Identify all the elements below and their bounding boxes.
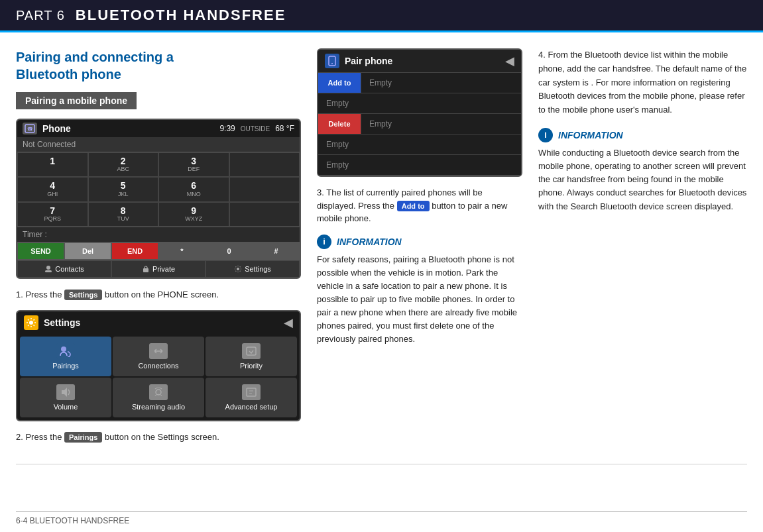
section-title: BLUETOOTH HANDSFREE: [76, 7, 286, 24]
settings-header: Settings ◀: [17, 311, 300, 334]
connections-icon: [149, 343, 168, 359]
streaming-audio-icon: [149, 384, 168, 400]
settings-grid: Pairings Connections Priorit: [17, 334, 300, 420]
key-1[interactable]: 1: [17, 152, 88, 177]
connections-item[interactable]: Connections: [113, 337, 204, 376]
key-3[interactable]: 3DEF: [158, 152, 229, 177]
key-4[interactable]: 4GHI: [17, 177, 88, 201]
info-header-mid: i INFORMATION: [317, 235, 522, 249]
step1-text: 1. Press the Settings button on the PHON…: [16, 288, 301, 301]
streaming-audio-item[interactable]: Streaming audio: [113, 378, 204, 417]
priority-icon: [242, 343, 261, 359]
settings-screen: Settings ◀ Pairings: [17, 311, 300, 420]
left-column: Pairing and connecting a Bluetooth phone…: [16, 48, 301, 453]
delete-button[interactable]: Delete: [318, 114, 361, 134]
phone-keypad: 1 2ABC 3DEF 4GHI 5JKL 6MNO 7PQRS 8TUV 9W…: [17, 152, 300, 227]
svg-point-5: [237, 268, 239, 270]
step2-text: 2. Press the Pairings button on the Sett…: [16, 431, 301, 444]
key-9[interactable]: 9WXYZ: [158, 202, 229, 227]
phone-screen-mockup: ☎ Phone 9:39 OUTSIDE 68 °F Not Connected…: [16, 119, 301, 279]
send-button[interactable]: SEND: [17, 242, 64, 260]
settings-screen-mockup: Settings ◀ Pairings: [16, 310, 301, 421]
pairings-item[interactable]: Pairings: [20, 337, 111, 376]
page-footer: 6-4 BLUETOOTH HANDSFREE: [16, 511, 747, 525]
footer-divider: [16, 464, 747, 464]
end-button[interactable]: END: [111, 242, 158, 260]
info-icon-right: i: [538, 128, 553, 142]
key-8[interactable]: 8TUV: [88, 202, 159, 227]
priority-item[interactable]: Priority: [205, 337, 297, 376]
key-blank: [229, 152, 300, 177]
info-body-mid: For safety reasons, pairing a Bluetooth …: [317, 253, 522, 346]
pair-row-4-value: Empty: [318, 134, 521, 154]
pairings-icon: [56, 343, 75, 359]
key-blank3: [229, 202, 300, 227]
star-button[interactable]: *: [158, 242, 205, 260]
svg-point-13: [331, 63, 333, 64]
pair-header: Pair phone ◀: [318, 50, 521, 73]
pairings-badge: Pairings: [64, 432, 102, 443]
pair-row-5: Empty: [318, 155, 521, 176]
pair-row-1-value: Empty: [361, 73, 521, 93]
settings-header-icon: [24, 315, 38, 330]
settings-title: Settings: [44, 317, 278, 328]
svg-text:☎: ☎: [27, 127, 33, 131]
info-box-mid: i INFORMATION For safety reasons, pairin…: [317, 235, 522, 346]
svg-marker-9: [62, 388, 67, 397]
volume-item[interactable]: Volume: [20, 378, 111, 417]
settings-back-icon[interactable]: ◀: [284, 315, 293, 330]
add-to-button[interactable]: Add to: [318, 73, 361, 93]
advanced-setup-icon: [242, 384, 261, 400]
info-box-right: i INFORMATION While conducting a Bluetoo…: [538, 128, 747, 213]
phone-title: Phone: [42, 123, 214, 134]
phone-screen: ☎ Phone 9:39 OUTSIDE 68 °F Not Connected…: [17, 120, 300, 278]
hash-button[interactable]: #: [253, 242, 300, 260]
info-title-mid: INFORMATION: [337, 237, 402, 247]
info-title-right: INFORMATION: [558, 130, 623, 140]
key-blank2: [229, 177, 300, 201]
svg-rect-4: [143, 268, 148, 272]
phone-icon: ☎: [23, 123, 37, 134]
contacts-button[interactable]: Contacts: [17, 260, 111, 278]
svg-point-2: [46, 266, 50, 270]
svg-point-6: [29, 321, 33, 325]
zero-button[interactable]: 0: [205, 242, 253, 260]
pair-row-3: Delete Empty: [318, 114, 521, 134]
phone-outside: OUTSIDE: [241, 125, 270, 133]
del-button[interactable]: Del: [64, 242, 111, 260]
svg-point-7: [61, 346, 66, 352]
pair-row-5-value: Empty: [318, 155, 521, 175]
step3-text: 3. The list of currently paired phones w…: [317, 186, 522, 225]
pair-row-2-value: Empty: [318, 93, 521, 113]
add-to-inline-badge: Add to: [397, 201, 430, 211]
phone-timer: Timer :: [17, 227, 300, 242]
advanced-setup-item[interactable]: Advanced setup: [205, 378, 297, 417]
phone-header: ☎ Phone 9:39 OUTSIDE 68 °F: [17, 120, 300, 137]
section-heading: Pairing and connecting a Bluetooth phone: [16, 48, 301, 83]
key-6[interactable]: 6MNO: [158, 177, 229, 201]
svg-rect-8: [247, 347, 256, 355]
phone-time: 9:39: [219, 124, 235, 133]
phone-actions: SEND Del END * 0 #: [17, 242, 300, 260]
pair-row-4: Empty: [318, 134, 521, 155]
settings-button[interactable]: Settings: [205, 260, 300, 278]
svg-rect-3: [45, 270, 52, 272]
svg-rect-11: [247, 388, 256, 396]
pair-rows: Add to Empty Empty Delete Empty Empty: [318, 73, 521, 176]
pair-phone-icon: [325, 54, 339, 68]
key-2[interactable]: 2ABC: [88, 152, 159, 177]
pair-back-icon[interactable]: ◀: [505, 54, 514, 68]
info-icon-mid: i: [317, 235, 331, 249]
private-button[interactable]: Private: [111, 260, 205, 278]
info-header-right: i INFORMATION: [538, 128, 747, 142]
step4-text: 4. From the Bluetooth device list within…: [538, 48, 747, 117]
info-body-right: While conducting a Bluetooth device sear…: [538, 146, 747, 213]
settings-badge: Settings: [64, 290, 102, 300]
right-column: 4. From the Bluetooth device list within…: [538, 48, 747, 453]
middle-column: Pair phone ◀ Add to Empty Empty Delete E…: [317, 48, 522, 453]
phone-bottom-row: Contacts Private Settings: [17, 260, 300, 278]
key-5[interactable]: 5JKL: [88, 177, 159, 201]
key-7[interactable]: 7PQRS: [17, 202, 88, 227]
pair-row-2: Empty: [318, 93, 521, 114]
subsection-label: Pairing a mobile phone: [16, 92, 137, 109]
